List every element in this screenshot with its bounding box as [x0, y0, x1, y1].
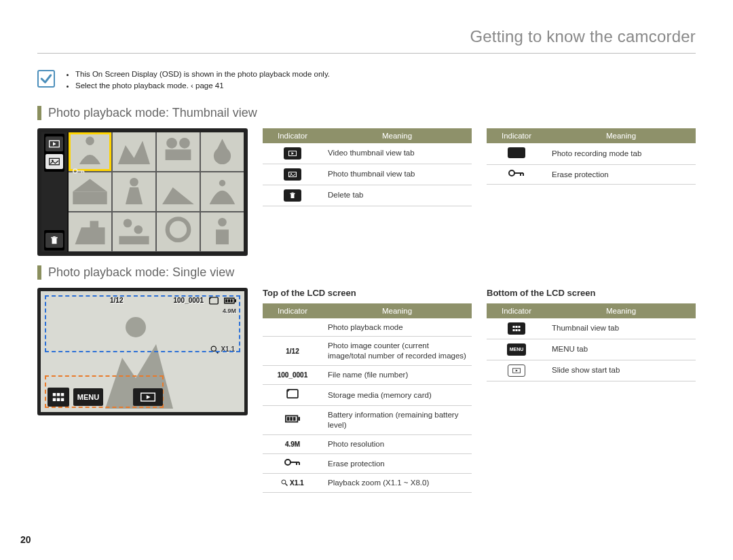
- table-row: 100_0001File name (file number): [263, 366, 472, 385]
- svg-rect-5: [51, 237, 57, 238]
- delete-tab-icon[interactable]: [45, 233, 63, 248]
- svg-point-14: [219, 180, 225, 186]
- table-row: Delete tab: [263, 185, 472, 206]
- svg-point-13: [130, 178, 138, 187]
- section-heading-thumbnail: Photo playback mode: Thumbnail view: [37, 106, 696, 120]
- svg-point-42: [212, 346, 217, 351]
- svg-rect-27: [291, 194, 295, 198]
- sub-heading-top: Top of the LCD screen: [263, 288, 472, 298]
- svg-rect-56: [287, 417, 290, 421]
- svg-point-16: [134, 225, 143, 234]
- thumbnail-cell[interactable]: [201, 172, 244, 211]
- thumbnail-cell[interactable]: [157, 212, 200, 251]
- svg-rect-69: [516, 329, 518, 331]
- thumbnail-cell[interactable]: [113, 212, 155, 251]
- meaning-text: MENU tab: [546, 339, 696, 360]
- osd-resolution: 4.9M: [223, 307, 236, 314]
- svg-point-17: [168, 219, 189, 241]
- indicator-table-bottom: IndicatorMeaning Thumbnail view tab MENU…: [487, 303, 696, 381]
- svg-line-64: [286, 483, 288, 485]
- svg-rect-29: [292, 192, 294, 193]
- svg-point-8: [166, 137, 177, 148]
- meaning-text: File name (file number): [322, 366, 472, 385]
- thumbnail-cell[interactable]: [69, 212, 111, 251]
- thumbnail-cell[interactable]: [69, 132, 111, 171]
- thumbnail-cell[interactable]: [113, 132, 155, 171]
- card-icon: [209, 297, 219, 305]
- svg-marker-72: [516, 369, 518, 371]
- thumbnail-cell[interactable]: [157, 132, 200, 171]
- menu-tab[interactable]: MENU: [73, 388, 103, 406]
- photo-thumb-tab-icon[interactable]: [45, 154, 63, 169]
- table-row: Photo thumbnail view tab: [263, 164, 472, 185]
- svg-rect-57: [290, 417, 293, 421]
- sub-heading-bottom: Bottom of the LCD screen: [487, 288, 696, 298]
- resolution-indicator: 4.9M: [285, 441, 300, 448]
- table-row: Photo recording mode tab: [487, 143, 696, 165]
- meaning-text: Photo resolution: [322, 435, 472, 454]
- slideshow-tab-icon[interactable]: [133, 388, 163, 406]
- menu-tab-icon: MENU: [507, 343, 527, 356]
- note-item: Select the photo playback mode. ‹ page 4…: [75, 80, 330, 92]
- indicator-table-thumb-left: IndicatorMeaning Video thumbnail view ta…: [263, 128, 472, 206]
- thumbnail-grid: [69, 132, 244, 252]
- osd-file-name: 100_0001: [174, 297, 204, 304]
- svg-rect-44: [53, 393, 56, 396]
- video-thumb-tab-icon: [284, 147, 301, 160]
- thumbnail-cell[interactable]: [69, 172, 111, 211]
- table-row: X1.1Playback zoom (X1.1 ~ X8.0): [263, 473, 472, 492]
- meaning-text: Playback zoom (X1.1 ~ X8.0): [322, 473, 472, 492]
- thumbnail-cell[interactable]: [113, 172, 155, 211]
- svg-rect-58: [293, 417, 296, 421]
- checkmark-icon: [37, 70, 55, 88]
- svg-marker-51: [147, 395, 151, 399]
- meaning-text: Photo recording mode tab: [546, 143, 696, 165]
- svg-marker-1: [53, 142, 56, 145]
- key-icon: [284, 460, 301, 468]
- video-thumb-tab-icon[interactable]: [45, 136, 63, 151]
- svg-rect-65: [513, 326, 515, 328]
- svg-point-19: [73, 169, 77, 173]
- meaning-text: Thumbnail view tab: [546, 318, 696, 339]
- meaning-text: Erase protection: [322, 454, 472, 474]
- svg-point-63: [282, 480, 286, 484]
- th-indicator: Indicator: [263, 303, 322, 318]
- meaning-text: Storage media (memory card): [322, 385, 472, 406]
- svg-rect-45: [57, 393, 60, 396]
- th-meaning: Meaning: [322, 303, 472, 318]
- svg-rect-49: [61, 398, 64, 401]
- table-row: Storage media (memory card): [263, 385, 472, 406]
- svg-rect-41: [231, 299, 233, 302]
- svg-rect-12: [73, 191, 107, 204]
- svg-rect-39: [225, 299, 227, 302]
- osd-counter: 1/12: [110, 297, 123, 304]
- meaning-text: Photo thumbnail view tab: [322, 164, 472, 185]
- table-row: 1/12Photo image counter (current image/t…: [263, 337, 472, 366]
- delete-tab-icon: [284, 189, 301, 202]
- svg-point-9: [179, 137, 190, 148]
- indicator-table-thumb-right: IndicatorMeaning Photo recording mode ta…: [487, 128, 696, 185]
- svg-point-30: [509, 170, 514, 176]
- svg-point-34: [126, 317, 146, 337]
- th-indicator: Indicator: [487, 128, 546, 143]
- meaning-text: Erase protection: [546, 165, 696, 185]
- meaning-text: Video thumbnail view tab: [322, 143, 472, 164]
- svg-rect-66: [516, 326, 518, 328]
- lcd-thumbnail-view: [37, 128, 248, 256]
- chapter-title: Getting to know the camcorder: [37, 27, 696, 54]
- indicator-table-top: IndicatorMeaning Photo playback mode 1/1…: [263, 303, 472, 493]
- svg-point-7: [86, 136, 94, 145]
- svg-rect-6: [53, 236, 56, 237]
- thumbnail-cell[interactable]: [201, 212, 244, 251]
- thumbnail-sidebar: [41, 132, 69, 252]
- thumbnail-cell[interactable]: [201, 132, 244, 171]
- th-indicator: Indicator: [487, 303, 546, 318]
- thumbnail-view-tab-icon[interactable]: [48, 388, 69, 407]
- svg-rect-47: [53, 398, 56, 401]
- th-meaning: Meaning: [546, 128, 696, 143]
- slideshow-tab-icon: [508, 365, 525, 377]
- th-indicator: Indicator: [263, 128, 322, 143]
- thumbnail-cell[interactable]: [157, 172, 200, 211]
- lcd-single-view: 1/12 100_0001 4.9M X1.1 MENU: [37, 288, 248, 415]
- thumbnail-view-tab-icon: [508, 322, 525, 335]
